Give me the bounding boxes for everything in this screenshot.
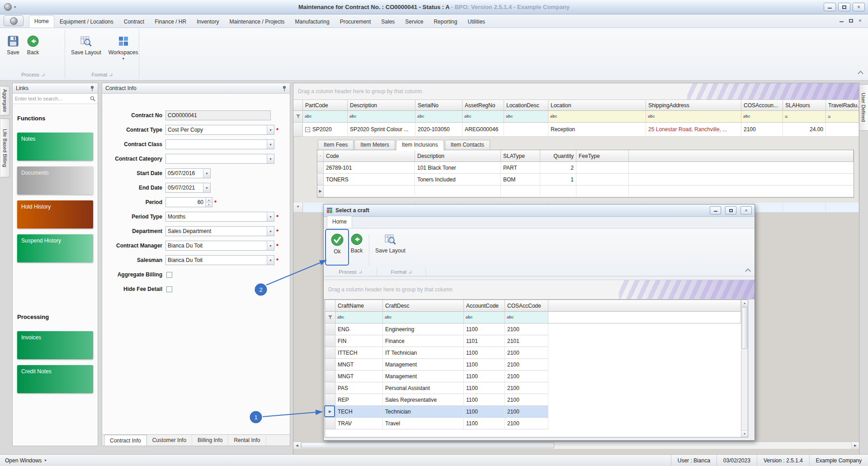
end-date-input[interactable]: 05/07/2021 ▼ <box>165 183 211 193</box>
cell-craftdesc[interactable]: Personal Assistant <box>383 382 464 394</box>
cell[interactable] <box>826 203 859 213</box>
cell-accountcode[interactable]: 1100 <box>464 382 505 394</box>
cell-slatype[interactable] <box>501 185 540 197</box>
table-row[interactable]: TONERS Toners Included BOM 1 <box>317 174 854 185</box>
contract-category-select[interactable]: ▼ <box>165 154 274 164</box>
tab-maintenance-projects[interactable]: Maintenance / Projects <box>225 16 290 28</box>
column-header-code[interactable]: Code <box>324 150 415 162</box>
table-row-selected[interactable]: ▶ TECH Technician 1100 2100 <box>325 406 741 418</box>
scroll-up-icon[interactable]: ▲ <box>741 300 748 307</box>
cell-cosacccode[interactable]: 2100 <box>505 394 548 406</box>
group-by-panel[interactable]: Drag a column header here to group by th… <box>293 83 859 100</box>
cell-cosaccount[interactable]: 2100 <box>741 123 783 137</box>
credit-notes-button[interactable]: Credit Notes <box>17 365 93 393</box>
column-header-description[interactable]: Description <box>415 150 501 162</box>
cell-description[interactable] <box>415 185 501 197</box>
cell-locationdesc[interactable] <box>504 123 548 137</box>
cell-cosacccode[interactable]: 2100 <box>505 323 548 335</box>
tab-sales[interactable]: Sales <box>376 16 400 28</box>
chevron-down-icon[interactable]: ▼ <box>267 154 274 163</box>
tab-customer-info[interactable]: Customer Info <box>147 435 192 446</box>
dialog-title-bar[interactable]: Select a craft × <box>324 204 755 217</box>
cell-craftdesc[interactable]: Sales Representative <box>383 394 464 406</box>
application-button[interactable] <box>4 15 24 26</box>
cell-craftname[interactable]: TECH <box>335 406 383 418</box>
cell-cosacccode[interactable]: 2100 <box>505 418 548 429</box>
chevron-down-icon[interactable]: ▼ <box>267 241 274 250</box>
filter-cell[interactable] <box>505 312 548 323</box>
tab-manufacturing[interactable]: Manufacturing <box>290 16 335 28</box>
tab-equipment-locations[interactable]: Equipment / Locations <box>55 16 118 28</box>
cell-craftname[interactable]: PAS <box>335 382 383 394</box>
cell[interactable] <box>783 203 826 213</box>
column-header-travelradius[interactable]: TravelRadiu... <box>826 100 859 111</box>
open-windows-button[interactable]: Open Windows ▾ <box>0 455 51 466</box>
tab-utilities[interactable]: Utilities <box>462 16 490 28</box>
filter-cell[interactable] <box>462 111 504 123</box>
cell-craftname[interactable]: ITTECH <box>335 347 383 359</box>
spin-up-icon[interactable]: ▲ <box>206 198 212 203</box>
column-header-shippingaddress[interactable]: ShippingAddress <box>646 100 741 111</box>
tab-service[interactable]: Service <box>400 16 428 28</box>
dialog-tab-home[interactable]: Home <box>327 216 352 228</box>
cell-quantity[interactable]: 2 <box>540 162 576 174</box>
filter-cell[interactable] <box>548 111 646 123</box>
invoices-button[interactable]: Invoices <box>17 331 93 359</box>
hold-history-button[interactable]: Hold History <box>17 200 93 228</box>
column-header-accountcode[interactable]: AccountCode <box>464 300 505 312</box>
period-input[interactable]: 60 ▲ ▼ <box>165 197 212 207</box>
collapse-row-icon[interactable]: − <box>305 127 310 132</box>
tab-reporting[interactable]: Reporting <box>429 16 462 28</box>
column-header-cosaccount[interactable]: COSAccoun... <box>741 100 783 111</box>
contract-manager-select[interactable]: Bianca Du Toit ▼ <box>165 241 274 251</box>
cell-code[interactable]: TONERS <box>324 174 415 185</box>
cell-description[interactable]: SP2020 Sprint Colour ... <box>348 123 415 137</box>
filter-cell[interactable] <box>415 111 462 123</box>
cell-craftdesc[interactable]: Engineering <box>383 323 464 335</box>
side-tab-life-based-billing[interactable]: Life Based Billing <box>0 119 10 177</box>
column-header-slatype[interactable]: SLAType <box>501 150 540 162</box>
search-input[interactable] <box>15 96 90 101</box>
cell-cosacccode[interactable]: 2100 <box>505 382 548 394</box>
cell-accountcode[interactable]: 1100 <box>464 406 505 418</box>
filter-cell[interactable]: = <box>826 111 859 123</box>
cell-description[interactable]: Toners Included <box>415 174 501 185</box>
dialog-back-button[interactable]: Back <box>347 231 366 256</box>
quick-access-caret-icon[interactable]: ▾ <box>14 5 16 9</box>
column-header-partcode[interactable]: PartCode <box>303 100 348 111</box>
cell-craftname[interactable]: TRAV <box>335 418 383 429</box>
chevron-down-icon[interactable]: ▼ <box>267 125 274 134</box>
side-tab-user-defined[interactable]: User Defined <box>859 84 868 131</box>
cell-serialno[interactable]: 2020-103050 <box>415 123 462 137</box>
column-header-cosacccode[interactable]: COSAccCode <box>505 300 548 312</box>
tab-item-contacts[interactable]: Item Contacts <box>445 140 490 150</box>
filter-cell[interactable] <box>348 111 415 123</box>
scrollbar-thumb[interactable] <box>742 307 747 349</box>
pin-icon[interactable] <box>90 86 94 91</box>
minimize-button[interactable] <box>824 3 836 11</box>
contract-type-select[interactable]: Cost Per Copy ▼ <box>165 125 274 135</box>
column-header-locationdesc[interactable]: LocationDesc <box>504 100 548 111</box>
cell-craftname[interactable]: FIN <box>335 335 383 347</box>
cell-quantity[interactable] <box>540 185 576 197</box>
cell-accountcode[interactable]: 1100 <box>464 323 505 335</box>
cell-accountcode[interactable]: 1100 <box>464 394 505 406</box>
contract-no-input[interactable]: CO0000041 <box>165 110 271 120</box>
cell-accountcode[interactable]: 1100 <box>464 418 505 429</box>
column-header-assetregno[interactable]: AssetRegNo <box>462 100 504 111</box>
cell-feetype[interactable] <box>576 162 629 174</box>
table-row[interactable]: FIN Finance 1101 2101 <box>325 335 741 347</box>
column-header-craftdesc[interactable]: CraftDesc <box>383 300 464 312</box>
tab-finance-hr[interactable]: Finance / HR <box>150 16 191 28</box>
chevron-down-icon[interactable]: ▼ <box>267 212 274 221</box>
table-row[interactable]: MNGT Management 1100 2100 <box>325 359 741 371</box>
mdi-minimize-icon[interactable] <box>840 19 844 22</box>
tab-procurement[interactable]: Procurement <box>335 16 376 28</box>
dialog-save-layout-button[interactable]: Save Layout <box>372 231 409 256</box>
workspaces-button[interactable]: Workspaces ▼ <box>105 33 142 62</box>
cell-travelradius[interactable] <box>826 123 859 137</box>
save-button[interactable]: Save <box>4 33 23 57</box>
cell-feetype[interactable] <box>576 185 629 197</box>
suspend-history-button[interactable]: Suspend History <box>17 234 93 262</box>
pin-icon[interactable] <box>282 86 287 91</box>
